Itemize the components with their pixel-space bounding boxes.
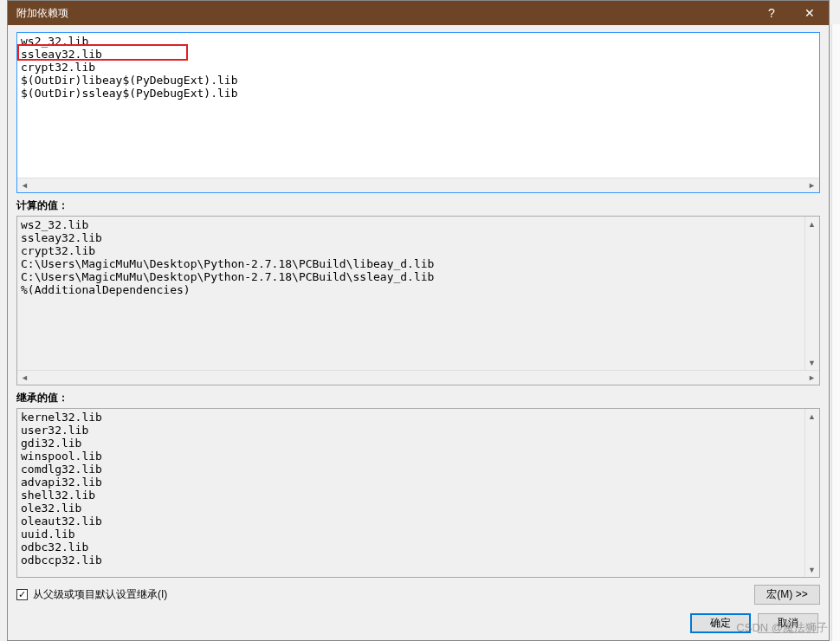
computed-panel: ws2_32.lib ssleay32.lib crypt32.lib C:\U… — [16, 216, 820, 385]
scroll-right-icon[interactable]: ► — [805, 179, 818, 192]
inherit-checkbox-label[interactable]: 从父级或项目默认设置继承(I) — [33, 587, 167, 602]
ok-button-label: 确定 — [710, 616, 731, 631]
scroll-up-icon[interactable]: ▲ — [805, 410, 818, 423]
action-row: 确定 取消 — [16, 613, 820, 633]
scroll-down-icon[interactable]: ▼ — [805, 563, 818, 576]
options-row: ✓ 从父级或项目默认设置继承(I) 宏(M) >> — [16, 585, 820, 605]
dependencies-input[interactable] — [17, 33, 819, 178]
background-strip — [831, 24, 840, 641]
dialog-title: 附加依赖项 — [16, 6, 753, 21]
additional-dependencies-dialog: 附加依赖项 ? ✕ ◄ ► 计算的值： ws2_32.lib ssleay32.… — [7, 0, 830, 641]
titlebar-buttons: ? ✕ — [753, 1, 829, 25]
close-button[interactable]: ✕ — [791, 1, 829, 25]
ok-button[interactable]: 确定 — [690, 613, 751, 633]
scroll-right-icon[interactable]: ► — [805, 372, 818, 385]
dialog-content: ◄ ► 计算的值： ws2_32.lib ssleay32.lib crypt3… — [8, 25, 829, 640]
cancel-button[interactable]: 取消 — [758, 613, 818, 633]
help-icon: ? — [768, 6, 775, 20]
titlebar: 附加依赖项 ? ✕ — [8, 1, 829, 25]
scroll-left-icon[interactable]: ◄ — [18, 179, 31, 192]
macros-button[interactable]: 宏(M) >> — [754, 585, 820, 605]
inherited-values-text: kernel32.lib user32.lib gdi32.lib winspo… — [17, 409, 819, 577]
cancel-button-label: 取消 — [778, 616, 798, 631]
v-scrollbar-inherited[interactable]: ▲ ▼ — [804, 409, 819, 577]
scroll-down-icon[interactable]: ▼ — [805, 356, 818, 369]
macros-button-label: 宏(M) >> — [766, 587, 807, 602]
h-scrollbar-computed[interactable]: ◄ ► — [17, 370, 819, 385]
editable-panel: ◄ ► — [16, 32, 820, 193]
inherit-checkbox[interactable]: ✓ — [16, 589, 28, 600]
help-button[interactable]: ? — [753, 1, 791, 25]
v-scrollbar-computed[interactable]: ▲ ▼ — [804, 217, 819, 370]
inherited-values-label: 继承的值： — [16, 391, 820, 405]
h-scrollbar-editable[interactable]: ◄ ► — [17, 178, 819, 192]
scroll-up-icon[interactable]: ▲ — [805, 217, 818, 230]
close-icon: ✕ — [804, 6, 815, 20]
computed-values-text: ws2_32.lib ssleay32.lib crypt32.lib C:\U… — [17, 217, 819, 370]
computed-values-label: 计算的值： — [16, 198, 820, 213]
scroll-left-icon[interactable]: ◄ — [18, 372, 31, 385]
inherited-panel: kernel32.lib user32.lib gdi32.lib winspo… — [16, 408, 820, 578]
